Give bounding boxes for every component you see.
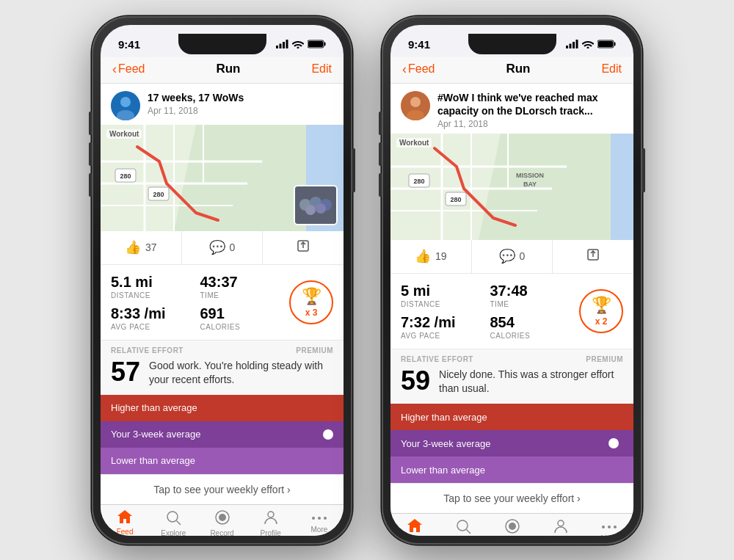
profile-icon-left xyxy=(263,509,279,528)
distance-stat-left: 5.1 mi DISTANCE xyxy=(111,274,192,299)
distance-value-left: 5.1 mi xyxy=(111,274,192,291)
effort-label-right: RELATIVE EFFORT xyxy=(401,355,473,363)
action-bar-right: 👍 19 💬 0 xyxy=(390,240,633,274)
calories-label-right: CALORIES xyxy=(490,332,571,340)
svg-rect-45 xyxy=(598,41,613,47)
svg-point-70 xyxy=(558,520,564,526)
nav-title-left: Run xyxy=(216,62,240,76)
explore-icon-right xyxy=(455,518,471,535)
pace-value-left: 8:33 /mi xyxy=(111,305,192,322)
like-button-right[interactable]: 👍 19 xyxy=(390,240,472,273)
pace-label-right: AVG PACE xyxy=(401,332,482,340)
status-icons-right xyxy=(566,40,616,50)
calories-stat-right: 854 CALORIES xyxy=(490,314,571,340)
distance-value-right: 5 mi xyxy=(401,283,482,299)
comment-count-left: 0 xyxy=(230,241,236,253)
calories-value-right: 854 xyxy=(490,314,571,331)
status-time-right: 9:41 xyxy=(408,38,430,51)
post-header-right: #WoW I think we've reached max capacity … xyxy=(390,84,633,134)
svg-point-72 xyxy=(608,526,611,528)
calories-value-left: 691 xyxy=(200,305,281,322)
bar-lower-left: Lower than average xyxy=(101,448,344,474)
bar-higher-left: Higher than average xyxy=(101,395,344,421)
bars-section-right: Higher than average Your 3-week average … xyxy=(390,404,633,483)
edit-button-left[interactable]: Edit xyxy=(311,62,332,76)
like-count-left: 37 xyxy=(145,241,157,253)
svg-rect-6 xyxy=(308,41,323,47)
back-button-left[interactable]: ‹ Feed xyxy=(112,62,145,77)
time-stat-right: 37:48 TIME xyxy=(490,283,571,308)
stats-section-right: 5 mi DISTANCE 37:48 TIME 🏆 x 2 7:32 /mi … xyxy=(390,274,633,349)
back-button-right[interactable]: ‹ Feed xyxy=(402,62,435,77)
calories-label-left: CALORIES xyxy=(200,323,281,331)
battery-icon-left xyxy=(308,40,326,50)
svg-point-47 xyxy=(410,97,421,107)
feed-icon-right xyxy=(407,518,423,535)
bar-higher-label-left: Higher than average xyxy=(111,402,197,413)
distance-label-right: DISTANCE xyxy=(401,300,482,308)
phone-screen-right: 9:41 ‹ Feed Run Edit xyxy=(390,25,633,536)
tab-profile-right[interactable]: Profile xyxy=(537,518,585,535)
back-label-left: Feed xyxy=(118,62,145,76)
bar-higher-label-right: Higher than average xyxy=(401,412,487,423)
volume-down-button-right xyxy=(379,173,382,197)
svg-text:280: 280 xyxy=(413,178,424,185)
phone-left: 9:41 ‹ Feed Run Edit xyxy=(92,16,352,545)
svg-rect-3 xyxy=(286,40,288,48)
effort-section-left: RELATIVE EFFORT PREMIUM 57 Good work. Yo… xyxy=(101,341,344,395)
bar-average-right: Your 3-week average xyxy=(390,430,633,457)
svg-point-38 xyxy=(324,517,327,520)
tab-more-label-left: More xyxy=(311,526,328,534)
weekly-effort-text-left: Tap to see your weekly effort › xyxy=(153,484,291,495)
pace-label-left: AVG PACE xyxy=(111,323,192,331)
svg-text:280: 280 xyxy=(450,196,461,203)
weekly-effort-right[interactable]: Tap to see your weekly effort › xyxy=(390,483,633,513)
bar-higher-right: Higher than average xyxy=(390,404,633,430)
explore-icon-left xyxy=(165,509,181,528)
like-button-left[interactable]: 👍 37 xyxy=(101,231,182,264)
back-chevron-left: ‹ xyxy=(112,62,117,77)
weekly-effort-text-right: Tap to see your weekly effort › xyxy=(443,492,581,504)
back-label-right: Feed xyxy=(408,62,435,76)
bar-average-label-right: Your 3-week average xyxy=(401,438,490,449)
tab-record-left[interactable]: Record xyxy=(197,509,246,536)
time-stat-left: 43:37 TIME xyxy=(200,274,281,299)
post-title-left: 17 weeks, 17 WoWs xyxy=(148,91,333,104)
share-button-right[interactable] xyxy=(553,240,633,273)
effort-section-right: RELATIVE EFFORT PREMIUM 59 Nicely done. … xyxy=(390,349,633,404)
share-icon-right xyxy=(586,247,600,266)
wifi-icon-left xyxy=(292,40,304,50)
map-right: MISSION BAY 280 280 Workout xyxy=(390,134,633,240)
effort-premium-left: PREMIUM xyxy=(296,346,333,354)
svg-rect-5 xyxy=(324,42,326,46)
svg-point-73 xyxy=(614,526,617,528)
weekly-effort-left[interactable]: Tap to see your weekly effort › xyxy=(101,474,344,504)
svg-line-67 xyxy=(467,530,471,534)
avatar-right xyxy=(401,91,430,120)
power-button xyxy=(352,148,355,192)
svg-point-34 xyxy=(219,514,226,521)
effort-content-left: 57 Good work. You're holding steady with… xyxy=(111,359,333,388)
bar-dot-right xyxy=(608,438,619,448)
trophy-count-left: x 3 xyxy=(305,308,318,318)
svg-text:MISSION: MISSION xyxy=(516,172,544,179)
comment-button-left[interactable]: 💬 0 xyxy=(182,231,264,264)
record-icon-left xyxy=(214,509,230,528)
status-icons-left xyxy=(276,40,326,50)
like-count-right: 19 xyxy=(435,250,447,262)
post-title-right: #WoW I think we've reached max capacity … xyxy=(437,91,623,117)
tab-explore-right[interactable]: Explore xyxy=(439,518,487,535)
svg-marker-51 xyxy=(479,134,611,240)
comment-button-right[interactable]: 💬 0 xyxy=(472,240,553,273)
signal-icon-left xyxy=(276,40,288,50)
tab-profile-left[interactable]: Profile xyxy=(247,509,295,536)
trophy-left: 🏆 x 3 xyxy=(289,280,333,324)
time-label-left: TIME xyxy=(200,291,281,299)
back-chevron-right: ‹ xyxy=(402,62,407,77)
volume-down-button xyxy=(89,173,92,197)
tab-explore-left[interactable]: Explore xyxy=(149,509,197,536)
share-button-left[interactable] xyxy=(263,231,344,264)
tab-record-right[interactable]: Record xyxy=(487,518,536,535)
svg-point-28 xyxy=(316,203,326,214)
edit-button-right[interactable]: Edit xyxy=(601,62,622,76)
